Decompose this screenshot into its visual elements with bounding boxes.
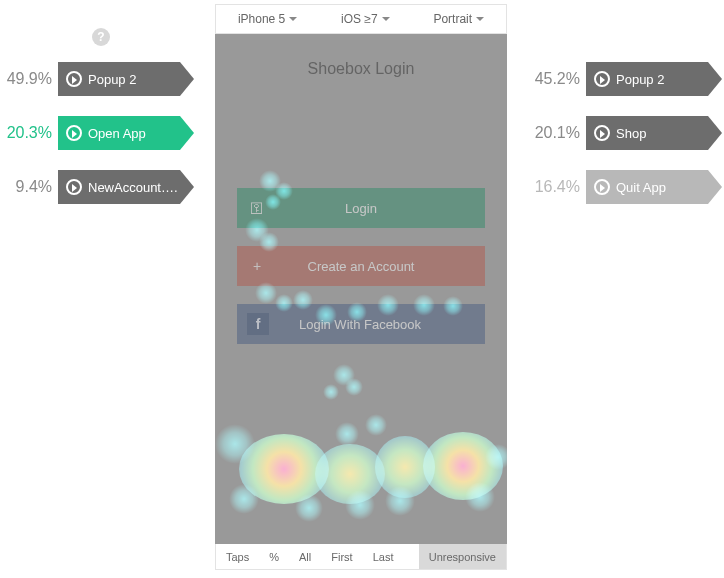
filter-bottom-bar: Taps % All First Last Unresponsive [215,544,507,570]
heat-blob [375,436,435,498]
phone-screen: Shoebox Login ⚿ Login + Create an Accoun… [215,34,507,544]
orientation-dropdown[interactable]: Portrait [433,12,484,26]
right-arrow-popup2[interactable]: Popup 2 [586,62,708,96]
heat-blob [229,484,259,514]
help-icon[interactable]: ? [92,28,110,46]
left-arrow-label: NewAccount…. [88,180,178,195]
login-button-label: Login [277,201,485,216]
filter-unresponsive[interactable]: Unresponsive [419,544,506,569]
play-icon [594,179,610,195]
right-pct-0: 45.2% [528,70,586,88]
heat-blob [333,364,355,386]
play-icon [66,179,82,195]
right-pct-1: 20.1% [528,124,586,142]
heat-blob [465,482,495,512]
right-arrow-quit-app[interactable]: Quit App [586,170,708,204]
create-account-button[interactable]: + Create an Account [237,246,485,286]
heat-blob [365,414,387,436]
left-arrow-new-account[interactable]: NewAccount…. [58,170,180,204]
filter-all[interactable]: All [289,544,321,569]
play-icon [66,71,82,87]
heat-blob [215,424,255,464]
key-icon: ⚿ [237,200,277,216]
left-arrow-label: Open App [88,126,146,141]
filter-first[interactable]: First [321,544,362,569]
heat-blob [385,486,415,516]
left-pct-1: 20.3% [0,124,58,142]
heat-blob [345,490,375,520]
play-icon [594,71,610,87]
heatmap-overlay [215,34,507,544]
heat-blob [335,422,359,446]
filter-percent[interactable]: % [259,544,289,569]
heat-blob [485,444,507,470]
facebook-login-label: Login With Facebook [275,317,485,332]
right-pct-2: 16.4% [528,178,586,196]
heat-blob [295,494,323,522]
heat-blob [239,434,329,504]
screen-title: Shoebox Login [215,34,507,78]
facebook-icon: f [247,313,269,335]
login-button[interactable]: ⚿ Login [237,188,485,228]
play-icon [66,125,82,141]
device-top-bar: iPhone 5 iOS ≥7 Portrait [215,4,507,34]
left-pct-2: 9.4% [0,178,58,196]
heat-blob [315,444,385,504]
plus-icon: + [237,258,277,274]
right-arrow-label: Quit App [616,180,666,195]
left-pct-0: 49.9% [0,70,58,88]
heat-blob [423,432,503,500]
facebook-login-button[interactable]: f Login With Facebook [237,304,485,344]
device-dropdown[interactable]: iPhone 5 [238,12,297,26]
right-arrow-label: Shop [616,126,646,141]
filter-taps[interactable]: Taps [216,544,259,569]
right-arrow-shop[interactable]: Shop [586,116,708,150]
left-arrow-popup2[interactable]: Popup 2 [58,62,180,96]
left-arrow-label: Popup 2 [88,72,136,87]
left-arrow-open-app[interactable]: Open App [58,116,180,150]
right-arrow-label: Popup 2 [616,72,664,87]
play-icon [594,125,610,141]
create-account-label: Create an Account [277,259,485,274]
heat-blob [345,378,363,396]
heat-blob [323,384,339,400]
os-dropdown[interactable]: iOS ≥7 [341,12,390,26]
filter-last[interactable]: Last [363,544,404,569]
phone-preview: iPhone 5 iOS ≥7 Portrait Shoebox Login ⚿… [215,4,507,570]
